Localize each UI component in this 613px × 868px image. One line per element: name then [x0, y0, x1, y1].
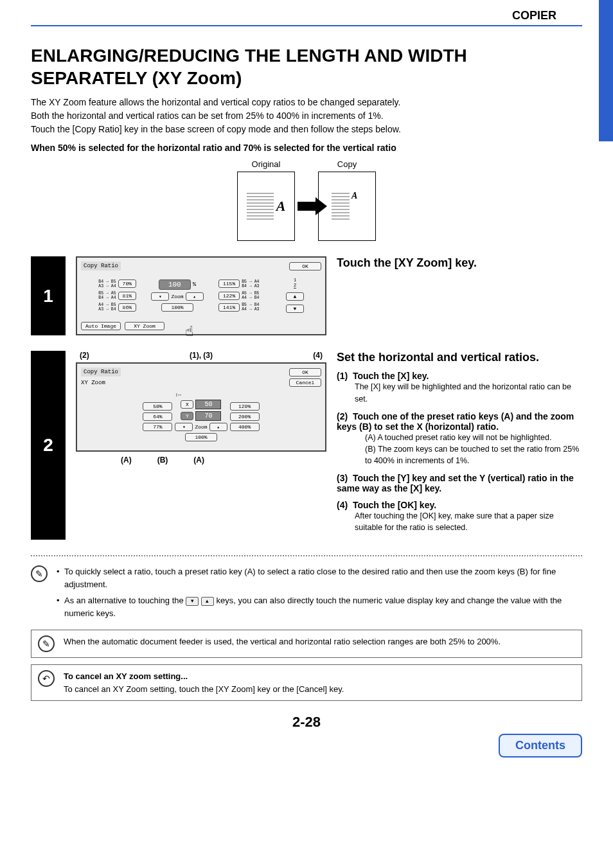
letter-a-copy: A — [351, 191, 357, 201]
page-number: 2-28 — [0, 714, 613, 731]
preset-100[interactable]: 100% — [185, 433, 217, 441]
substep-1-body: The [X] key will be highlighted and the … — [355, 381, 582, 404]
panel1-title: Copy Ratio — [81, 261, 121, 270]
step-number-1: 1 — [31, 256, 66, 335]
preset-86[interactable]: 86% — [118, 303, 136, 312]
pencil-icon: ✎ — [38, 635, 55, 652]
example-heading: When 50% is selected for the horizontal … — [31, 143, 582, 153]
intro-line-3: Touch the [Copy Ratio] key in the base s… — [31, 123, 582, 136]
percent-label: % — [193, 281, 196, 288]
preset-129[interactable]: 129% — [230, 402, 260, 411]
cancel-note: ↶ To cancel an XY zoom setting... To can… — [31, 664, 582, 701]
xy-zoom-button[interactable]: XY Zoom — [125, 322, 164, 330]
zoom-label: Zoom — [171, 294, 183, 299]
panel2-title: Copy Ratio — [81, 368, 121, 376]
preset-100[interactable]: 100% — [161, 303, 193, 312]
intro-line-1: The XY Zoom feature allows the horizonta… — [31, 96, 582, 109]
ratio-display[interactable]: 100 — [159, 279, 191, 290]
y-value[interactable]: 70 — [195, 411, 221, 421]
copy-label: Copy — [318, 159, 376, 169]
axes-icon: ↕↔ — [175, 392, 181, 398]
preset-400[interactable]: 400% — [230, 423, 260, 431]
cancel-button[interactable]: Cancel — [289, 378, 321, 387]
undo-icon: ↶ — [38, 670, 55, 687]
preset-70[interactable]: 70% — [118, 279, 136, 288]
callouts-top: (2) (1), (3) (4) — [76, 351, 326, 362]
step-number-2: 2 — [31, 351, 66, 540]
adf-note: ✎ When the automatic document feeder is … — [31, 630, 582, 658]
fraction-indicator: 1 2 — [294, 278, 296, 288]
y-key[interactable]: Y — [181, 412, 193, 420]
edge-tab — [599, 0, 613, 141]
substep-2-b: (B) The zoom keys can be touched to set … — [365, 443, 582, 466]
zoom-up-icon[interactable]: ▴ — [186, 292, 204, 301]
preset-141[interactable]: 141% — [218, 303, 240, 312]
preset-50[interactable]: 50% — [143, 402, 172, 411]
auto-image-button[interactable]: Auto Image — [81, 322, 121, 330]
header-rule — [31, 25, 582, 26]
zoom-down-icon[interactable]: ▾ — [175, 423, 193, 431]
scroll-down-icon[interactable]: ▼ — [286, 305, 304, 313]
original-label: Original — [237, 159, 295, 169]
tip-1: To quickly select a ratio, touch a prese… — [57, 565, 582, 590]
x-value[interactable]: 50 — [195, 400, 221, 409]
preset-77[interactable]: 77% — [143, 423, 172, 431]
ratio-label: B4 → B5 A3 → A4 — [98, 279, 116, 288]
step1-title: Touch the [XY Zoom] key. — [337, 256, 582, 270]
tip-note: ✎ To quickly select a ratio, touch a pre… — [31, 565, 582, 623]
preset-115[interactable]: 115% — [218, 279, 240, 288]
contents-button[interactable]: Contents — [499, 734, 582, 757]
ratio-label: B5 → A5 B4 → A4 — [98, 291, 116, 300]
ok-button[interactable]: OK — [289, 262, 321, 270]
substep-4-body: After touching the [OK] key, make sure t… — [355, 510, 582, 533]
ratio-label: B5 → A4 B4 → A3 — [242, 279, 259, 288]
ratio-label: A4 → B5 A3 → B4 — [98, 303, 116, 312]
substep-2-a: (A) A touched preset ratio key will not … — [365, 432, 582, 443]
preset-64[interactable]: 64% — [143, 412, 172, 421]
copy-ratio-panel-1: Copy Ratio OK B4 → B5 A3 → A470% B5 → A5… — [76, 256, 326, 335]
preset-81[interactable]: 81% — [118, 292, 136, 300]
scroll-up-icon[interactable]: ▲ — [286, 292, 304, 301]
preset-200[interactable]: 200% — [230, 412, 260, 421]
hand-cursor-icon: ☝ — [185, 323, 193, 341]
cancel-body: To cancel an XY Zoom setting, touch the … — [64, 683, 344, 696]
zoom-label: Zoom — [195, 424, 207, 430]
original-page: A — [237, 172, 295, 241]
intro-line-2: Both the horizontal and vertical ratios … — [31, 109, 582, 123]
zoom-up-icon[interactable]: ▴ — [209, 423, 227, 431]
callouts-bottom: (A) (B) (A) — [76, 452, 326, 465]
letter-a-original: A — [276, 198, 286, 215]
ratio-label: A5 → B5 A4 → B4 — [242, 291, 259, 300]
x-key[interactable]: X — [181, 400, 193, 409]
zoom-down-icon[interactable]: ▾ — [151, 292, 169, 301]
preset-122[interactable]: 122% — [218, 292, 240, 300]
tip-2: As an alternative to touching the ▾ ▴ ke… — [57, 594, 582, 619]
adf-note-text: When the automatic document feeder is us… — [64, 635, 501, 648]
ratio-label: B5 → B4 A4 → A3 — [242, 303, 259, 312]
zoom-up-icon: ▴ — [201, 597, 214, 606]
zoom-down-icon: ▾ — [186, 597, 199, 606]
original-copy-diagram: Original A Copy A — [31, 159, 582, 241]
pencil-icon: ✎ — [31, 565, 48, 582]
divider-dots — [31, 555, 582, 556]
panel2-sub: XY Zoom — [81, 380, 105, 386]
copy-ratio-panel-2: Copy Ratio OK XY Zoom Cancel 50% 64% 77% — [76, 362, 326, 452]
section-label: COPIER — [31, 9, 582, 25]
ok-button[interactable]: OK — [289, 368, 321, 376]
step2-title: Set the horizontal and vertical ratios. — [337, 351, 582, 364]
page-title: ENLARGING/REDUCING THE LENGTH AND WIDTH … — [31, 44, 582, 89]
cancel-heading: To cancel an XY zoom setting... — [64, 670, 344, 683]
